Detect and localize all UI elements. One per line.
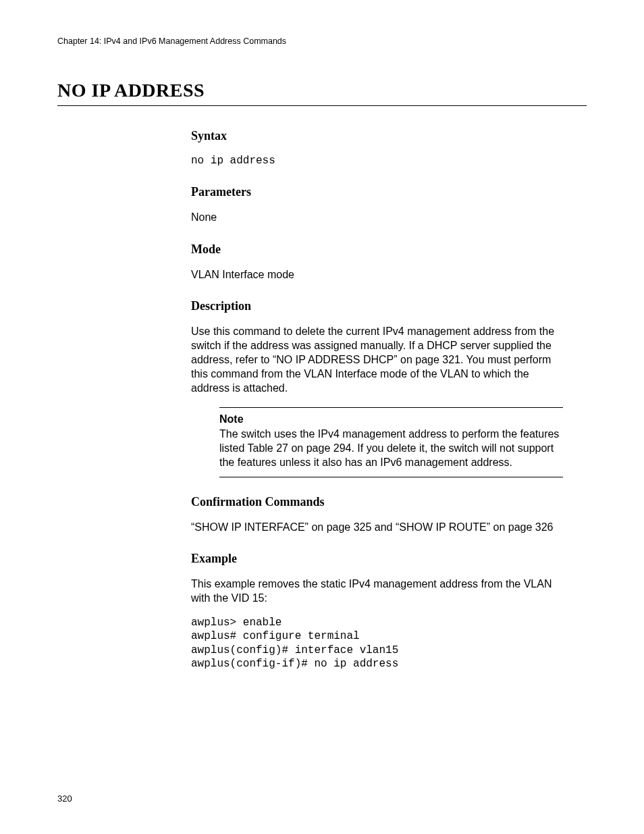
- note-text: The switch uses the IPv4 management addr…: [219, 427, 563, 469]
- description-text: Use this command to delete the current I…: [191, 324, 563, 396]
- parameters-text: None: [191, 210, 563, 224]
- parameters-heading: Parameters: [191, 185, 563, 199]
- note-box: Note The switch uses the IPv4 management…: [219, 407, 563, 477]
- page-title: NO IP ADDRESS: [57, 80, 587, 106]
- syntax-code: no ip address: [191, 154, 563, 167]
- syntax-heading: Syntax: [191, 129, 563, 143]
- page-number: 320: [57, 793, 72, 804]
- content-column: Syntax no ip address Parameters None Mod…: [191, 129, 563, 671]
- mode-text: VLAN Interface mode: [191, 267, 563, 282]
- example-code: awplus> enable awplus# configure termina…: [191, 616, 563, 671]
- example-heading: Example: [191, 552, 563, 566]
- mode-heading: Mode: [191, 242, 563, 257]
- confirmation-heading: Confirmation Commands: [191, 495, 563, 509]
- description-heading: Description: [191, 299, 563, 313]
- note-label: Note: [219, 413, 563, 425]
- confirmation-text: “SHOW IP INTERFACE” on page 325 and “SHO…: [191, 520, 563, 534]
- example-intro: This example removes the static IPv4 man…: [191, 577, 563, 605]
- chapter-header: Chapter 14: IPv4 and IPv6 Management Add…: [57, 36, 587, 46]
- page: Chapter 14: IPv4 and IPv6 Management Add…: [0, 0, 644, 834]
